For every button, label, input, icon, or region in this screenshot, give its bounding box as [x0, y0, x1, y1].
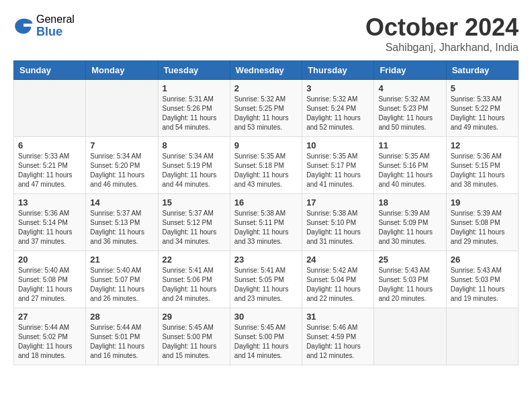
day-info: Sunrise: 5:35 AM Sunset: 5:17 PM Dayligh… — [306, 152, 369, 189]
day-info: Sunrise: 5:36 AM Sunset: 5:15 PM Dayligh… — [451, 152, 514, 189]
month-title: October 2024 — [365, 13, 519, 42]
calendar-cell: 24Sunrise: 5:42 AM Sunset: 5:04 PM Dayli… — [302, 251, 374, 308]
day-number: 25 — [378, 255, 441, 265]
day-number: 9 — [234, 140, 298, 150]
day-number: 28 — [90, 312, 153, 322]
header-wednesday: Wednesday — [230, 61, 302, 80]
calendar-cell: 16Sunrise: 5:38 AM Sunset: 5:11 PM Dayli… — [230, 194, 302, 251]
day-info: Sunrise: 5:32 AM Sunset: 5:23 PM Dayligh… — [378, 95, 441, 132]
calendar-cell: 14Sunrise: 5:37 AM Sunset: 5:13 PM Dayli… — [86, 194, 158, 251]
day-info: Sunrise: 5:39 AM Sunset: 5:08 PM Dayligh… — [451, 209, 514, 246]
day-number: 18 — [378, 197, 441, 208]
day-info: Sunrise: 5:38 AM Sunset: 5:11 PM Dayligh… — [234, 209, 298, 246]
calendar-cell: 31Sunrise: 5:46 AM Sunset: 4:59 PM Dayli… — [302, 308, 374, 365]
day-info: Sunrise: 5:42 AM Sunset: 5:04 PM Dayligh… — [306, 266, 369, 304]
header-saturday: Saturday — [446, 61, 518, 80]
calendar-cell: 15Sunrise: 5:37 AM Sunset: 5:12 PM Dayli… — [158, 194, 230, 251]
day-number: 14 — [90, 197, 153, 208]
day-number: 27 — [18, 312, 81, 322]
logo-text: General Blue — [36, 13, 75, 38]
day-info: Sunrise: 5:45 AM Sunset: 5:00 PM Dayligh… — [234, 323, 298, 361]
calendar-week-4: 27Sunrise: 5:44 AM Sunset: 5:02 PM Dayli… — [14, 308, 519, 365]
calendar-cell: 18Sunrise: 5:39 AM Sunset: 5:09 PM Dayli… — [374, 194, 446, 251]
calendar-cell: 30Sunrise: 5:45 AM Sunset: 5:00 PM Dayli… — [230, 308, 302, 365]
logo-general: General — [36, 13, 75, 26]
day-info: Sunrise: 5:40 AM Sunset: 5:07 PM Dayligh… — [90, 266, 153, 304]
calendar-cell — [14, 80, 86, 137]
day-info: Sunrise: 5:33 AM Sunset: 5:22 PM Dayligh… — [451, 95, 514, 132]
day-info: Sunrise: 5:38 AM Sunset: 5:10 PM Dayligh… — [306, 209, 369, 246]
calendar-cell: 11Sunrise: 5:35 AM Sunset: 5:16 PM Dayli… — [374, 137, 446, 194]
day-info: Sunrise: 5:43 AM Sunset: 5:03 PM Dayligh… — [451, 266, 514, 304]
calendar-cell: 7Sunrise: 5:34 AM Sunset: 5:20 PM Daylig… — [86, 137, 158, 194]
day-info: Sunrise: 5:44 AM Sunset: 5:02 PM Dayligh… — [18, 323, 81, 361]
day-number: 5 — [451, 83, 514, 93]
calendar-week-3: 20Sunrise: 5:40 AM Sunset: 5:08 PM Dayli… — [14, 251, 519, 308]
calendar-cell: 6Sunrise: 5:33 AM Sunset: 5:21 PM Daylig… — [14, 137, 86, 194]
calendar-cell — [86, 80, 158, 137]
day-info: Sunrise: 5:41 AM Sunset: 5:05 PM Dayligh… — [234, 266, 298, 304]
logo-icon — [13, 16, 34, 36]
logo: General Blue — [13, 13, 75, 38]
calendar-cell: 25Sunrise: 5:43 AM Sunset: 5:03 PM Dayli… — [374, 251, 446, 308]
day-info: Sunrise: 5:33 AM Sunset: 5:21 PM Dayligh… — [18, 152, 81, 189]
day-info: Sunrise: 5:34 AM Sunset: 5:20 PM Dayligh… — [90, 152, 153, 189]
day-info: Sunrise: 5:34 AM Sunset: 5:19 PM Dayligh… — [163, 152, 226, 189]
day-number: 17 — [306, 197, 369, 208]
calendar-table: Sunday Monday Tuesday Wednesday Thursday… — [13, 60, 519, 365]
header-thursday: Thursday — [302, 61, 374, 80]
day-info: Sunrise: 5:44 AM Sunset: 5:01 PM Dayligh… — [90, 323, 153, 361]
day-number: 26 — [451, 255, 514, 265]
header-friday: Friday — [374, 61, 446, 80]
calendar-cell: 3Sunrise: 5:32 AM Sunset: 5:24 PM Daylig… — [302, 80, 374, 137]
calendar-cell: 29Sunrise: 5:45 AM Sunset: 5:00 PM Dayli… — [158, 308, 230, 365]
day-info: Sunrise: 5:32 AM Sunset: 5:25 PM Dayligh… — [234, 95, 298, 132]
day-number: 4 — [378, 83, 441, 93]
calendar-cell: 17Sunrise: 5:38 AM Sunset: 5:10 PM Dayli… — [302, 194, 374, 251]
calendar-week-2: 13Sunrise: 5:36 AM Sunset: 5:14 PM Dayli… — [14, 194, 519, 251]
day-info: Sunrise: 5:40 AM Sunset: 5:08 PM Dayligh… — [18, 266, 81, 304]
day-number: 7 — [90, 140, 153, 150]
calendar-cell: 28Sunrise: 5:44 AM Sunset: 5:01 PM Dayli… — [86, 308, 158, 365]
day-number: 2 — [234, 83, 298, 93]
day-info: Sunrise: 5:31 AM Sunset: 5:26 PM Dayligh… — [163, 95, 226, 132]
day-number: 20 — [18, 255, 81, 265]
day-info: Sunrise: 5:46 AM Sunset: 4:59 PM Dayligh… — [306, 323, 369, 361]
day-info: Sunrise: 5:45 AM Sunset: 5:00 PM Dayligh… — [163, 323, 226, 361]
day-number: 12 — [451, 140, 514, 150]
calendar-cell: 1Sunrise: 5:31 AM Sunset: 5:26 PM Daylig… — [158, 80, 230, 137]
calendar-cell: 2Sunrise: 5:32 AM Sunset: 5:25 PM Daylig… — [230, 80, 302, 137]
header-tuesday: Tuesday — [158, 61, 230, 80]
day-info: Sunrise: 5:37 AM Sunset: 5:13 PM Dayligh… — [90, 209, 153, 246]
calendar-cell — [446, 308, 518, 365]
calendar-cell: 20Sunrise: 5:40 AM Sunset: 5:08 PM Dayli… — [14, 251, 86, 308]
logo-blue: Blue — [36, 26, 75, 39]
day-number: 8 — [163, 140, 226, 150]
calendar-header-row: Sunday Monday Tuesday Wednesday Thursday… — [14, 61, 519, 80]
page-header: General Blue October 2024 Sahibganj, Jha… — [13, 13, 519, 54]
day-info: Sunrise: 5:39 AM Sunset: 5:09 PM Dayligh… — [378, 209, 441, 246]
calendar-cell: 13Sunrise: 5:36 AM Sunset: 5:14 PM Dayli… — [14, 194, 86, 251]
day-number: 29 — [163, 312, 226, 322]
calendar-cell: 10Sunrise: 5:35 AM Sunset: 5:17 PM Dayli… — [302, 137, 374, 194]
day-number: 31 — [306, 312, 369, 322]
day-number: 22 — [163, 255, 226, 265]
location: Sahibganj, Jharkhand, India — [365, 42, 519, 54]
day-number: 6 — [18, 140, 81, 150]
header-monday: Monday — [86, 61, 158, 80]
calendar-cell: 4Sunrise: 5:32 AM Sunset: 5:23 PM Daylig… — [374, 80, 446, 137]
day-number: 3 — [306, 83, 369, 93]
calendar-cell: 9Sunrise: 5:35 AM Sunset: 5:18 PM Daylig… — [230, 137, 302, 194]
calendar-cell — [374, 308, 446, 365]
day-number: 15 — [163, 197, 226, 208]
day-info: Sunrise: 5:35 AM Sunset: 5:16 PM Dayligh… — [378, 152, 441, 189]
day-info: Sunrise: 5:43 AM Sunset: 5:03 PM Dayligh… — [378, 266, 441, 304]
day-number: 10 — [306, 140, 369, 150]
day-number: 19 — [451, 197, 514, 208]
title-block: October 2024 Sahibganj, Jharkhand, India — [365, 13, 519, 54]
calendar-cell: 26Sunrise: 5:43 AM Sunset: 5:03 PM Dayli… — [446, 251, 518, 308]
day-number: 21 — [90, 255, 153, 265]
calendar-week-0: 1Sunrise: 5:31 AM Sunset: 5:26 PM Daylig… — [14, 80, 519, 137]
calendar-week-1: 6Sunrise: 5:33 AM Sunset: 5:21 PM Daylig… — [14, 137, 519, 194]
calendar-cell: 19Sunrise: 5:39 AM Sunset: 5:08 PM Dayli… — [446, 194, 518, 251]
